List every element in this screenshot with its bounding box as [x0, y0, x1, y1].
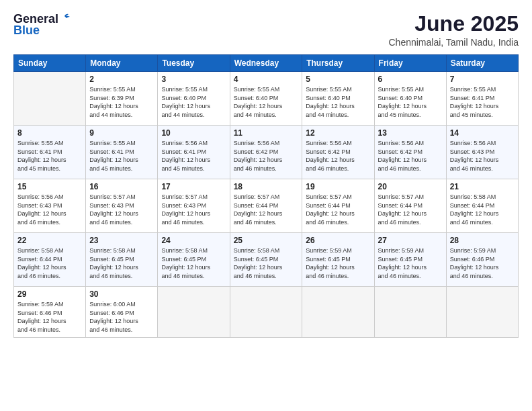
day-number: 19: [306, 182, 370, 191]
table-row: [158, 287, 230, 337]
month-title: June 2025: [388, 12, 519, 36]
table-row: 8Sunrise: 5:55 AM Sunset: 6:41 PM Daylig…: [14, 126, 86, 179]
day-number: 7: [450, 75, 515, 84]
col-saturday: Saturday: [446, 55, 518, 72]
day-number: 26: [306, 236, 370, 245]
day-number: 9: [89, 128, 154, 138]
col-friday: Friday: [374, 55, 446, 72]
location: Chennimalai, Tamil Nadu, India: [388, 37, 519, 48]
table-row: 17Sunrise: 5:57 AM Sunset: 6:43 PM Dayli…: [158, 179, 230, 233]
day-info: Sunrise: 5:55 AM Sunset: 6:40 PM Dayligh…: [306, 85, 370, 119]
day-number: 3: [161, 75, 226, 84]
table-row: 3Sunrise: 5:55 AM Sunset: 6:40 PM Daylig…: [158, 72, 230, 126]
table-row: 30Sunrise: 6:00 AM Sunset: 6:46 PM Dayli…: [86, 287, 158, 337]
table-row: 10Sunrise: 5:56 AM Sunset: 6:41 PM Dayli…: [158, 126, 230, 179]
table-row: [14, 72, 86, 126]
table-row: 18Sunrise: 5:57 AM Sunset: 6:44 PM Dayli…: [230, 179, 302, 233]
day-number: 30: [89, 289, 154, 299]
table-row: 20Sunrise: 5:57 AM Sunset: 6:44 PM Dayli…: [374, 179, 446, 233]
table-row: 23Sunrise: 5:58 AM Sunset: 6:45 PM Dayli…: [86, 233, 158, 287]
day-number: 17: [161, 182, 226, 191]
title-area: June 2025 Chennimalai, Tamil Nadu, India: [388, 12, 519, 48]
day-number: 25: [234, 236, 299, 245]
day-info: Sunrise: 5:59 AM Sunset: 6:45 PM Dayligh…: [306, 246, 370, 280]
day-info: Sunrise: 5:58 AM Sunset: 6:45 PM Dayligh…: [161, 246, 226, 280]
day-number: 14: [450, 128, 515, 138]
table-row: 12Sunrise: 5:56 AM Sunset: 6:42 PM Dayli…: [302, 126, 374, 179]
table-row: [302, 287, 374, 337]
page: General Blue June 2025 Chennimalai, Tami…: [0, 0, 532, 411]
day-info: Sunrise: 5:58 AM Sunset: 6:44 PM Dayligh…: [17, 246, 82, 280]
day-info: Sunrise: 5:56 AM Sunset: 6:42 PM Dayligh…: [234, 139, 299, 173]
logo-blue: Blue: [13, 24, 40, 38]
day-info: Sunrise: 5:57 AM Sunset: 6:43 PM Dayligh…: [161, 193, 226, 226]
table-row: 9Sunrise: 5:55 AM Sunset: 6:41 PM Daylig…: [86, 126, 158, 179]
col-tuesday: Tuesday: [158, 55, 230, 72]
table-row: [230, 287, 302, 337]
day-number: 11: [234, 128, 299, 138]
table-row: 25Sunrise: 5:58 AM Sunset: 6:45 PM Dayli…: [230, 233, 302, 287]
day-number: 10: [161, 128, 226, 138]
day-info: Sunrise: 5:56 AM Sunset: 6:42 PM Dayligh…: [306, 139, 370, 173]
day-info: Sunrise: 5:55 AM Sunset: 6:39 PM Dayligh…: [89, 85, 154, 119]
calendar-table: Sunday Monday Tuesday Wednesday Thursday…: [13, 54, 519, 337]
day-info: Sunrise: 5:58 AM Sunset: 6:44 PM Dayligh…: [450, 193, 515, 226]
header: General Blue June 2025 Chennimalai, Tami…: [13, 12, 519, 48]
day-info: Sunrise: 5:58 AM Sunset: 6:45 PM Dayligh…: [89, 246, 154, 280]
day-info: Sunrise: 5:55 AM Sunset: 6:40 PM Dayligh…: [378, 85, 443, 119]
table-row: 24Sunrise: 5:58 AM Sunset: 6:45 PM Dayli…: [158, 233, 230, 287]
day-info: Sunrise: 6:00 AM Sunset: 6:46 PM Dayligh…: [89, 300, 154, 334]
day-info: Sunrise: 5:56 AM Sunset: 6:41 PM Dayligh…: [161, 139, 226, 173]
day-info: Sunrise: 5:55 AM Sunset: 6:41 PM Dayligh…: [89, 139, 154, 173]
day-number: 12: [306, 128, 370, 138]
day-number: 2: [89, 75, 154, 84]
day-info: Sunrise: 5:57 AM Sunset: 6:43 PM Dayligh…: [89, 193, 154, 226]
logo-bird-icon: [59, 13, 71, 23]
col-monday: Monday: [86, 55, 158, 72]
day-info: Sunrise: 5:56 AM Sunset: 6:42 PM Dayligh…: [378, 139, 443, 173]
day-number: 8: [17, 128, 82, 138]
day-info: Sunrise: 5:59 AM Sunset: 6:45 PM Dayligh…: [378, 246, 443, 280]
day-number: 6: [378, 75, 443, 84]
day-info: Sunrise: 5:57 AM Sunset: 6:44 PM Dayligh…: [378, 193, 443, 226]
day-number: 22: [17, 236, 82, 245]
day-info: Sunrise: 5:57 AM Sunset: 6:44 PM Dayligh…: [306, 193, 370, 226]
table-row: 5Sunrise: 5:55 AM Sunset: 6:40 PM Daylig…: [302, 72, 374, 126]
day-info: Sunrise: 5:58 AM Sunset: 6:45 PM Dayligh…: [234, 246, 299, 280]
day-number: 13: [378, 128, 443, 138]
day-number: 15: [17, 182, 82, 191]
table-row: 19Sunrise: 5:57 AM Sunset: 6:44 PM Dayli…: [302, 179, 374, 233]
day-info: Sunrise: 5:55 AM Sunset: 6:40 PM Dayligh…: [161, 85, 226, 119]
day-number: 28: [450, 236, 515, 245]
table-row: 14Sunrise: 5:56 AM Sunset: 6:43 PM Dayli…: [446, 126, 518, 179]
col-wednesday: Wednesday: [230, 55, 302, 72]
table-row: 7Sunrise: 5:55 AM Sunset: 6:41 PM Daylig…: [446, 72, 518, 126]
day-number: 18: [234, 182, 299, 191]
table-row: 13Sunrise: 5:56 AM Sunset: 6:42 PM Dayli…: [374, 126, 446, 179]
day-info: Sunrise: 5:55 AM Sunset: 6:41 PM Dayligh…: [450, 85, 515, 119]
day-number: 5: [306, 75, 370, 84]
table-row: 15Sunrise: 5:56 AM Sunset: 6:43 PM Dayli…: [14, 179, 86, 233]
day-info: Sunrise: 5:56 AM Sunset: 6:43 PM Dayligh…: [17, 193, 82, 226]
table-row: [446, 287, 518, 337]
day-info: Sunrise: 5:55 AM Sunset: 6:40 PM Dayligh…: [234, 85, 299, 119]
table-row: 22Sunrise: 5:58 AM Sunset: 6:44 PM Dayli…: [14, 233, 86, 287]
day-number: 23: [89, 236, 154, 245]
day-info: Sunrise: 5:59 AM Sunset: 6:46 PM Dayligh…: [17, 300, 82, 334]
table-row: [374, 287, 446, 337]
table-row: 27Sunrise: 5:59 AM Sunset: 6:45 PM Dayli…: [374, 233, 446, 287]
table-row: 11Sunrise: 5:56 AM Sunset: 6:42 PM Dayli…: [230, 126, 302, 179]
table-row: 26Sunrise: 5:59 AM Sunset: 6:45 PM Dayli…: [302, 233, 374, 287]
table-row: 16Sunrise: 5:57 AM Sunset: 6:43 PM Dayli…: [86, 179, 158, 233]
day-number: 4: [234, 75, 299, 84]
table-row: 21Sunrise: 5:58 AM Sunset: 6:44 PM Dayli…: [446, 179, 518, 233]
table-row: 4Sunrise: 5:55 AM Sunset: 6:40 PM Daylig…: [230, 72, 302, 126]
day-info: Sunrise: 5:57 AM Sunset: 6:44 PM Dayligh…: [234, 193, 299, 226]
col-thursday: Thursday: [302, 55, 374, 72]
table-row: 6Sunrise: 5:55 AM Sunset: 6:40 PM Daylig…: [374, 72, 446, 126]
table-row: 2Sunrise: 5:55 AM Sunset: 6:39 PM Daylig…: [86, 72, 158, 126]
day-number: 29: [17, 289, 82, 299]
day-info: Sunrise: 5:56 AM Sunset: 6:43 PM Dayligh…: [450, 139, 515, 173]
table-row: 28Sunrise: 5:59 AM Sunset: 6:46 PM Dayli…: [446, 233, 518, 287]
day-number: 21: [450, 182, 515, 191]
